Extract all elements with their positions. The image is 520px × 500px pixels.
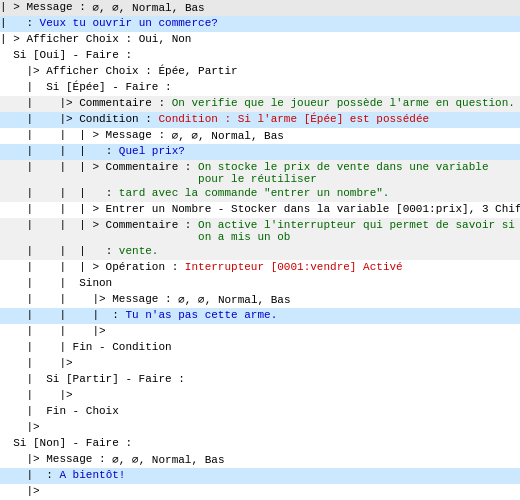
- line-indent: |: [0, 17, 26, 29]
- tree-line[interactable]: | Fin - Choix: [0, 404, 520, 420]
- tree-line[interactable]: | |>: [0, 388, 520, 404]
- line-indent: | | |: [0, 145, 106, 157]
- line-content: Interrupteur [0001:vendre] Activé: [185, 261, 403, 273]
- line-prefix: > Message :: [13, 1, 92, 13]
- tree-line[interactable]: Si [Non] - Faire :: [0, 436, 520, 452]
- line-indent: |: [0, 469, 46, 481]
- line-content: Oui, Non: [139, 33, 192, 45]
- line-content: On stocke le prix de vente dans une vari…: [198, 161, 520, 185]
- line-content: A bientôt!: [59, 469, 125, 481]
- line-prefix: :: [26, 17, 39, 29]
- line-prefix: :: [106, 187, 119, 199]
- tree-line[interactable]: |> Message : ∅, ∅, Normal, Bas: [0, 452, 520, 468]
- tree-line[interactable]: | | | : vente.: [0, 244, 520, 260]
- tree-line[interactable]: | |> Commentaire : On verifie que le jou…: [0, 96, 520, 112]
- line-indent: |>: [0, 421, 40, 433]
- line-content: ∅, ∅, Normal, Bas: [112, 453, 224, 466]
- line-indent: Si [Oui] - Faire :: [0, 49, 132, 61]
- tree-line[interactable]: | | | : Tu n'as pas cette arme.: [0, 308, 520, 324]
- line-indent: | | | > Commentaire :: [0, 219, 198, 231]
- line-indent: | |> Commentaire :: [0, 97, 172, 109]
- line-content: ∅, ∅, Normal, Bas: [172, 129, 284, 142]
- tree-line[interactable]: | > Afficher Choix : Oui, Non: [0, 32, 520, 48]
- line-content: Quel prix?: [119, 145, 185, 157]
- tree-line[interactable]: | > Message : ∅, ∅, Normal, Bas: [0, 0, 520, 16]
- line-indent: | | |: [0, 187, 106, 199]
- tree-line[interactable]: | Si [Épée] - Faire :: [0, 80, 520, 96]
- tree-line[interactable]: |> Afficher Choix : Épée, Partir: [0, 64, 520, 80]
- line-indent: |>: [0, 485, 40, 497]
- tree-line[interactable]: | | | > Commentaire : On active l'interr…: [0, 218, 520, 244]
- line-content: vente.: [119, 245, 159, 257]
- tree-line[interactable]: | | |> Message : ∅, ∅, Normal, Bas: [0, 292, 520, 308]
- line-prefix: :: [46, 469, 59, 481]
- tree-line[interactable]: | |> Condition : Condition : Si l'arme […: [0, 112, 520, 128]
- tree-line[interactable]: | : A bientôt!: [0, 468, 520, 484]
- tree-line[interactable]: | | | : Quel prix?: [0, 144, 520, 160]
- line-content: Tu n'as pas cette arme.: [125, 309, 277, 321]
- line-indent: |: [0, 33, 13, 45]
- line-indent: | | Sinon: [0, 277, 112, 289]
- line-content: Épée, Partir: [158, 65, 237, 77]
- tree-line[interactable]: |>: [0, 420, 520, 436]
- line-content: On verifie que le joueur possède l'arme …: [172, 97, 515, 109]
- line-indent: |> Message :: [0, 453, 112, 465]
- condition-content: Si l'arme [Épée] est possédée: [238, 113, 429, 125]
- tree-line[interactable]: | | Sinon: [0, 276, 520, 292]
- line-content: On active l'interrupteur qui permet de s…: [198, 219, 520, 243]
- tree-line[interactable]: | Si [Partir] - Faire :: [0, 372, 520, 388]
- line-content: ∅, ∅, Normal, Bas: [92, 1, 204, 14]
- line-indent: | | |: [0, 245, 106, 257]
- line-prefix: :: [106, 245, 119, 257]
- tree-line[interactable]: | | Fin - Condition: [0, 340, 520, 356]
- line-indent: | | | > Entrer un Nombre - Stocker dans …: [0, 203, 520, 215]
- line-indent: | | | > Opération :: [0, 261, 185, 273]
- line-content: Veux tu ouvrir un commerce?: [40, 17, 218, 29]
- line-prefix: :: [112, 309, 125, 321]
- line-indent: | Si [Partir] - Faire :: [0, 373, 185, 385]
- line-indent: | | |> Message :: [0, 293, 178, 305]
- tree-line[interactable]: Si [Oui] - Faire :: [0, 48, 520, 64]
- line-prefix: :: [106, 145, 119, 157]
- line-indent: | | |>: [0, 325, 106, 337]
- line-indent: | | | > Message :: [0, 129, 172, 141]
- line-indent: | |>: [0, 389, 73, 401]
- line-indent: | Si [Épée] - Faire :: [0, 81, 172, 93]
- condition-label: Condition :: [158, 113, 237, 125]
- tree-line[interactable]: |>: [0, 484, 520, 500]
- tree-line[interactable]: | | | > Entrer un Nombre - Stocker dans …: [0, 202, 520, 218]
- line-indent: | | Fin - Condition: [0, 341, 172, 353]
- line-content: tard avec la commande "entrer un nombre"…: [119, 187, 390, 199]
- tree-line[interactable]: | |>: [0, 356, 520, 372]
- tree-line[interactable]: | | | : tard avec la commande "entrer un…: [0, 186, 520, 202]
- line-content: ∅, ∅, Normal, Bas: [178, 293, 290, 306]
- tree-line[interactable]: | | |>: [0, 324, 520, 340]
- tree-line[interactable]: | | | > Opération : Interrupteur [0001:v…: [0, 260, 520, 276]
- line-indent: | |>: [0, 357, 73, 369]
- line-indent: | | | > Commentaire :: [0, 161, 198, 173]
- line-indent: Si [Non] - Faire :: [0, 437, 132, 449]
- tree-line[interactable]: | | | > Message : ∅, ∅, Normal, Bas: [0, 128, 520, 144]
- line-indent: | Fin - Choix: [0, 405, 119, 417]
- tree-line[interactable]: | | | > Commentaire : On stocke le prix …: [0, 160, 520, 186]
- line-prefix: > Afficher Choix :: [13, 33, 138, 45]
- line-indent: |> Afficher Choix :: [0, 65, 158, 77]
- line-indent: | | |: [0, 309, 112, 321]
- line-indent: |: [0, 1, 13, 13]
- tree-container: | > Message : ∅, ∅, Normal, Bas| : Veux …: [0, 0, 520, 500]
- tree-line[interactable]: | : Veux tu ouvrir un commerce?: [0, 16, 520, 32]
- line-indent: | |> Condition :: [0, 113, 158, 125]
